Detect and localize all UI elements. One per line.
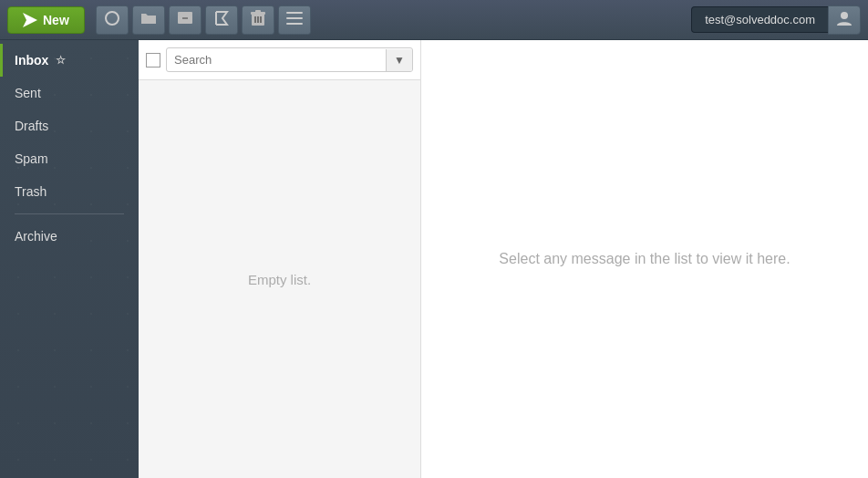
sidebar-item-spam[interactable]: Spam <box>0 142 139 175</box>
select-all-checkbox[interactable] <box>146 53 160 68</box>
circle-icon <box>104 10 120 30</box>
message-list-panel: ▼ Empty list. <box>139 40 421 478</box>
archive-icon <box>177 11 193 29</box>
chevron-down-icon: ▼ <box>394 54 405 67</box>
user-area: test@solveddoc.com <box>691 5 861 35</box>
svg-rect-14 <box>286 23 303 25</box>
sidebar-item-trash[interactable]: Trash <box>0 175 139 208</box>
user-avatar-button[interactable] <box>828 5 861 35</box>
svg-rect-8 <box>255 10 261 13</box>
svg-rect-12 <box>286 12 303 14</box>
delete-icon-button[interactable] <box>242 5 274 35</box>
search-input-wrapper: ▼ <box>166 47 413 72</box>
message-list-body: Empty list. <box>139 80 420 478</box>
svg-rect-3 <box>178 12 192 16</box>
search-input[interactable] <box>167 48 386 71</box>
svg-rect-2 <box>178 15 192 24</box>
sidebar-item-archive-label: Archive <box>15 229 57 244</box>
preview-empty-text: Select any message in the list to view i… <box>499 247 790 271</box>
inbox-star-icon[interactable]: ☆ <box>56 54 66 67</box>
folder-icon <box>140 11 157 29</box>
main-content: Inbox ☆ Sent Drafts Spam Trash Archive ▼ <box>0 40 868 478</box>
toolbar: New test@solveddoc.com <box>0 0 868 40</box>
folder-icon-button[interactable] <box>132 5 165 35</box>
sidebar-item-trash-label: Trash <box>15 184 46 199</box>
circle-icon-button[interactable] <box>96 5 129 35</box>
sidebar-item-sent[interactable]: Sent <box>0 77 139 109</box>
send-plane-icon <box>23 13 37 27</box>
sidebar-item-inbox[interactable]: Inbox ☆ <box>0 44 139 77</box>
preview-panel: Select any message in the list to view i… <box>421 40 868 478</box>
user-avatar-icon <box>836 10 852 30</box>
sidebar-item-sent-label: Sent <box>15 86 41 100</box>
new-button-label: New <box>43 13 69 27</box>
search-dropdown-button[interactable]: ▼ <box>386 49 412 71</box>
svg-point-15 <box>841 12 848 19</box>
trash-icon <box>251 10 265 30</box>
flag-icon-button[interactable] <box>205 5 238 35</box>
sidebar-item-spam-label: Spam <box>15 151 48 166</box>
user-email-display: test@solveddoc.com <box>691 6 828 33</box>
more-menu-button[interactable] <box>278 5 311 35</box>
empty-list-text: Empty list. <box>248 272 311 287</box>
hamburger-icon <box>286 12 303 28</box>
sidebar-item-drafts-label: Drafts <box>15 119 48 133</box>
search-bar: ▼ <box>139 40 420 80</box>
svg-rect-13 <box>286 17 303 19</box>
new-compose-button[interactable]: New <box>7 6 85 34</box>
sidebar-item-drafts[interactable]: Drafts <box>0 109 139 142</box>
flag-icon <box>213 10 230 30</box>
sidebar-divider <box>15 213 124 214</box>
svg-point-1 <box>106 12 119 25</box>
sidebar: Inbox ☆ Sent Drafts Spam Trash Archive <box>0 40 139 478</box>
svg-marker-0 <box>23 13 37 27</box>
sidebar-item-inbox-label: Inbox <box>15 53 48 68</box>
archive-icon-button[interactable] <box>169 5 202 35</box>
sidebar-item-archive[interactable]: Archive <box>0 220 139 253</box>
